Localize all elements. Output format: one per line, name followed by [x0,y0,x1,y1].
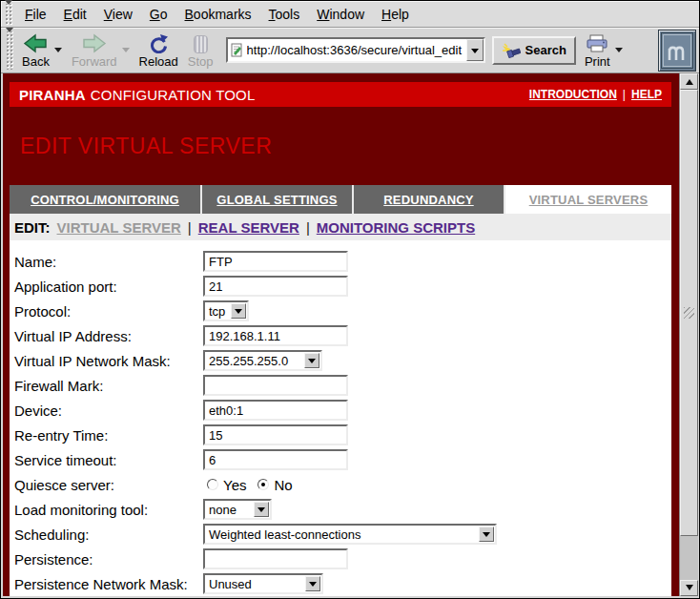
field-label-re-entry-time: Re-entry Time: [14,427,203,444]
print-dropdown-arrow[interactable] [615,48,623,56]
back-button[interactable]: Back [17,30,54,72]
field-label-name: Name: [14,254,203,270]
field-row-firewall-mark: Firewall Mark: [10,373,671,398]
input-virtual-ip-address[interactable] [203,325,348,346]
scrollbar-thumb[interactable] [680,90,698,536]
select-value: none [205,503,254,517]
field-row-application-port: Application port: [10,274,671,299]
back-arrow-icon [23,32,48,53]
input-service-timeout[interactable] [203,449,348,470]
back-dropdown-arrow[interactable] [54,48,62,56]
select-dropdown-arrow-icon [254,502,269,517]
field-row-virtual-ip-network-mask: Virtual IP Network Mask:255.255.255.0 [10,348,671,373]
field-label-quiesce-server: Quiesce server: [14,477,203,493]
menu-file[interactable]: File [16,7,55,22]
field-row-persistence-network-mask: Persistence Network Mask:Unused [10,571,671,596]
select-dropdown-arrow-icon [479,527,494,542]
tab-bar: CONTROL/MONITORINGGLOBAL SETTINGSREDUNDA… [10,185,671,214]
subnav-separator: | [306,219,310,236]
field-row-scheduling: Scheduling:Weighted least-connections [10,522,671,547]
piranha-page: PIRANHA CONFIGURATION TOOL INTRODUCTION|… [3,73,679,596]
forward-dropdown-arrow[interactable] [122,48,130,56]
select-persistence-network-mask[interactable]: Unused [203,573,323,594]
mozilla-logo[interactable] [658,30,696,72]
flashlight-icon [502,43,521,58]
field-row-re-entry-time: Re-entry Time: [10,423,671,447]
select-virtual-ip-network-mask[interactable]: 255.255.255.0 [203,350,322,371]
field-label-application-port: Application port: [14,279,203,295]
input-device[interactable] [203,400,348,421]
reload-button[interactable]: Reload [134,30,183,72]
field-row-persistence: Persistence: [10,547,671,571]
subnav-link-real-server[interactable]: REAL SERVER [198,219,299,236]
search-button[interactable]: Search [492,36,576,65]
tab-virtual-servers[interactable]: VIRTUAL SERVERS [505,185,671,214]
subnav-link-virtual-server[interactable]: VIRTUAL SERVER [57,219,181,236]
page-title: EDIT VIRTUAL SERVER [10,107,671,185]
field-label-scheduling: Scheduling: [14,527,203,543]
menu-window[interactable]: Window [308,7,373,22]
subnav-link-monitoring-scripts[interactable]: MONITORING SCRIPTS [317,219,475,236]
menu-edit[interactable]: Edit [55,7,95,22]
scrollbar-track[interactable] [680,90,698,580]
url-dropdown-button[interactable] [466,39,484,61]
radio-option-yes[interactable]: Yes [207,477,246,493]
select-protocol[interactable]: tcp [203,300,249,321]
scroll-up-button[interactable] [680,73,698,90]
url-input[interactable] [246,41,466,59]
input-application-port[interactable] [203,276,348,297]
field-label-persistence-network-mask: Persistence Network Mask: [14,576,203,592]
tab-global-settings[interactable]: GLOBAL SETTINGS [202,185,354,214]
header-link-introduction[interactable]: INTRODUCTION [529,88,617,101]
stop-label: Stop [188,55,214,68]
select-value: 255.255.255.0 [205,354,304,368]
input-persistence[interactable] [203,548,348,569]
field-label-service-timeout: Service timeout: [14,452,203,468]
navigation-toolbar: Back Forward Reload [1,28,699,73]
menu-bookmarks[interactable]: Bookmarks [176,7,260,22]
input-name[interactable] [203,251,348,272]
brand-name: PIRANHA [19,87,86,103]
field-row-device: Device: [10,398,671,423]
forward-label: Forward [72,55,117,68]
select-dropdown-arrow-icon [304,353,319,368]
menu-help[interactable]: Help [373,7,418,22]
forward-arrow-icon [82,32,107,53]
tab-control-monitoring[interactable]: CONTROL/MONITORING [10,185,202,214]
app-header: PIRANHA CONFIGURATION TOOL INTRODUCTION|… [10,82,671,107]
header-link-help[interactable]: HELP [631,88,662,101]
field-row-load-monitoring-tool: Load monitoring tool:none [10,497,671,522]
scroll-down-button[interactable] [680,580,698,596]
header-link-separator: | [623,88,626,101]
stop-button[interactable]: Stop [183,30,218,72]
url-bar [226,37,485,63]
radio-button [257,479,269,490]
tab-redundancy[interactable]: REDUNDANCY [354,185,505,214]
menu-items: FileEditViewGoBookmarksToolsWindowHelp [16,7,418,22]
select-dropdown-arrow-icon [231,303,246,319]
toolbar-grip-handle[interactable] [6,31,13,70]
select-load-monitoring-tool[interactable]: none [203,499,272,520]
back-label: Back [22,55,50,68]
radio-label: No [274,477,292,493]
vertical-scrollbar [679,73,698,596]
select-value: tcp [205,304,231,319]
menu-go[interactable]: Go [141,7,176,22]
edit-subnav: EDIT:VIRTUAL SERVER|REAL SERVER|MONITORI… [10,214,671,240]
reload-icon [148,32,169,53]
radio-label: Yes [223,477,246,493]
printer-icon [586,32,608,53]
print-button[interactable]: Print [580,30,615,72]
menubar-grip-handle[interactable] [5,4,12,25]
menu-view[interactable]: View [95,7,141,22]
brand-subtitle: CONFIGURATION TOOL [91,87,256,103]
forward-button[interactable]: Forward [67,30,122,72]
field-label-virtual-ip-address: Virtual IP Address: [14,328,203,344]
select-scheduling[interactable]: Weighted least-connections [203,524,497,545]
input-firewall-mark[interactable] [203,375,348,396]
input-re-entry-time[interactable] [203,424,348,445]
header-links: INTRODUCTION|HELP [529,88,662,101]
menu-tools[interactable]: Tools [260,7,309,22]
field-row-virtual-ip-address: Virtual IP Address: [10,323,671,348]
radio-option-no[interactable]: No [257,477,292,493]
